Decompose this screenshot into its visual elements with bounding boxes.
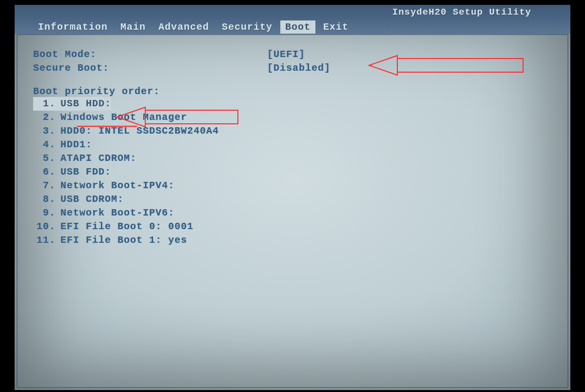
boot-item-4[interactable]: 4. HDD1: [33,138,556,152]
boot-item-11[interactable]: 11. EFI File Boot 1: yes [33,234,556,247]
boot-item-num: 9. [33,206,58,220]
boot-item-2[interactable]: 2. Windows Boot Manager [33,111,556,124]
setting-boot-mode[interactable]: Boot Mode: [UEFI] [33,48,556,61]
boot-item-num: 4. [33,138,58,152]
secure-boot-value[interactable]: [Disabled] [267,61,331,75]
annotation-underline-usb-hdd [77,126,137,127]
menu-advanced[interactable]: Advanced [154,20,214,34]
bios-screen: InsydeH20 Setup Utility Information Main… [15,5,570,390]
boot-item-num: 10. [33,220,58,234]
setting-secure-boot[interactable]: Secure Boot: [Disabled] [33,61,556,75]
boot-item-9[interactable]: 9. Network Boot-IPV6: [33,206,556,220]
boot-item-num: 3. [33,124,58,138]
boot-item-num: 2. [33,111,58,124]
menu-information[interactable]: Information [33,20,113,34]
boot-item-text: EFI File Boot 1: yes [58,234,187,247]
boot-item-text: Windows Boot Manager [58,111,187,124]
boot-item-6[interactable]: 6. USB FDD: [33,165,556,179]
boot-item-10[interactable]: 10. EFI File Boot 0: 0001 [33,220,556,234]
secure-boot-label: Secure Boot: [33,61,267,75]
boot-item-num: 11. [33,234,58,247]
boot-mode-value[interactable]: [UEFI] [267,48,305,61]
menu-security[interactable]: Security [217,20,277,34]
menu-main[interactable]: Main [116,20,151,34]
boot-item-text: HDD1: [58,138,92,152]
boot-item-7[interactable]: 7. Network Boot-IPV4: [33,179,556,193]
boot-item-5[interactable]: 5. ATAPI CDROM: [33,152,556,165]
menu-boot[interactable]: Boot [280,20,315,34]
boot-item-1[interactable]: 1. USB HDD: [33,97,556,111]
bios-title-bar: InsydeH20 Setup Utility [15,5,570,20]
boot-item-num: 7. [33,179,58,193]
bios-title: InsydeH20 Setup Utility [392,7,531,18]
menu-exit[interactable]: Exit [318,20,353,34]
boot-item-text: USB CDROM: [58,193,124,206]
boot-item-num: 5. [33,152,58,165]
boot-item-text: USB HDD: [58,97,111,111]
boot-item-text: Network Boot-IPV4: [58,179,175,193]
menu-bar: Information Main Advanced Security Boot … [15,20,570,34]
boot-item-num: 8. [33,193,58,206]
boot-item-8[interactable]: 8. USB CDROM: [33,193,556,206]
boot-item-text: ATAPI CDROM: [58,152,136,165]
content-body: Boot Mode: [UEFI] Secure Boot: [Disabled… [33,48,556,380]
boot-mode-label: Boot Mode: [33,48,267,61]
boot-item-text: USB FDD: [58,165,111,179]
boot-item-text: EFI File Boot 0: 0001 [58,220,194,234]
boot-item-num: 1. [33,97,58,111]
boot-order-heading: Boot priority order: [33,86,556,97]
boot-item-num: 6. [33,165,58,179]
boot-item-text: Network Boot-IPV6: [58,206,175,220]
